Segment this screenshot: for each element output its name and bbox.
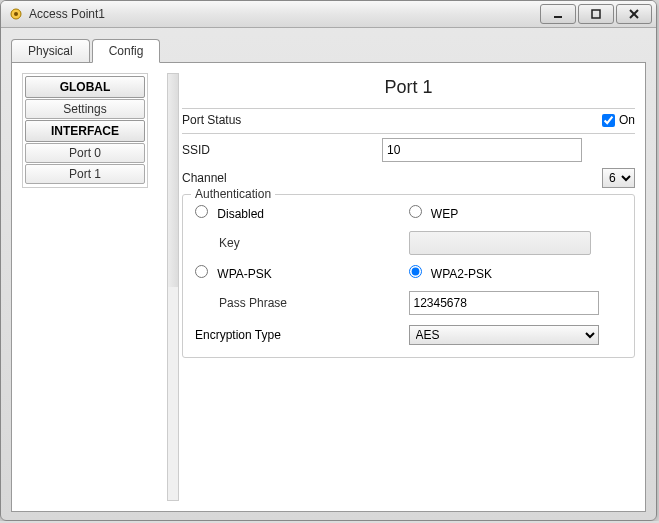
radio-wep[interactable] bbox=[409, 205, 422, 218]
encryption-select[interactable]: AES bbox=[409, 325, 599, 345]
auth-wep-option[interactable]: WEP bbox=[409, 205, 623, 221]
auth-wpa2psk-option[interactable]: WPA2-PSK bbox=[409, 265, 623, 281]
close-button[interactable] bbox=[616, 4, 652, 24]
passphrase-label: Pass Phrase bbox=[195, 296, 409, 310]
app-icon bbox=[9, 7, 23, 21]
svg-point-1 bbox=[14, 12, 18, 16]
port-status-on-label: On bbox=[619, 113, 635, 127]
radio-wpa2-psk[interactable] bbox=[409, 265, 422, 278]
auth-wpapsk-option[interactable]: WPA-PSK bbox=[195, 265, 409, 281]
sidebar-scrollbar[interactable] bbox=[167, 73, 179, 501]
maximize-button[interactable] bbox=[578, 4, 614, 24]
sidebar: GLOBAL Settings INTERFACE Port 0 Port 1 bbox=[22, 73, 148, 188]
radio-wpa-psk[interactable] bbox=[195, 265, 208, 278]
port-status-checkbox[interactable] bbox=[602, 114, 615, 127]
tab-row: Physical Config bbox=[11, 36, 646, 63]
sidebar-header-interface: INTERFACE bbox=[25, 120, 145, 142]
channel-label: Channel bbox=[182, 171, 602, 185]
passphrase-input[interactable] bbox=[409, 291, 599, 315]
main-panel: Port 1 Port Status On SSID Channel bbox=[166, 73, 635, 501]
encryption-label: Encryption Type bbox=[195, 328, 409, 342]
port-status-label: Port Status bbox=[182, 113, 602, 127]
ssid-input[interactable] bbox=[382, 138, 582, 162]
content-area: Physical Config GLOBAL Settings INTERFAC… bbox=[1, 28, 656, 521]
sidebar-item-port0[interactable]: Port 0 bbox=[25, 143, 145, 163]
auth-disabled-option[interactable]: Disabled bbox=[195, 205, 409, 221]
authentication-group: Authentication Disabled WEP Key bbox=[182, 194, 635, 358]
tab-config[interactable]: Config bbox=[92, 39, 161, 63]
tab-physical[interactable]: Physical bbox=[11, 39, 90, 62]
panel-title: Port 1 bbox=[182, 77, 635, 98]
titlebar: Access Point1 bbox=[1, 1, 656, 28]
minimize-button[interactable] bbox=[540, 4, 576, 24]
sidebar-item-port1[interactable]: Port 1 bbox=[25, 164, 145, 184]
radio-disabled[interactable] bbox=[195, 205, 208, 218]
app-window: Access Point1 Physical Config GLOBAL Set… bbox=[0, 0, 657, 521]
channel-select[interactable]: 6 bbox=[602, 168, 635, 188]
sidebar-item-settings[interactable]: Settings bbox=[25, 99, 145, 119]
window-controls bbox=[538, 4, 652, 24]
sidebar-header-global: GLOBAL bbox=[25, 76, 145, 98]
tab-body: GLOBAL Settings INTERFACE Port 0 Port 1 … bbox=[11, 63, 646, 512]
wep-key-label: Key bbox=[195, 236, 409, 250]
wep-key-input bbox=[409, 231, 591, 255]
authentication-legend: Authentication bbox=[191, 187, 275, 201]
svg-rect-3 bbox=[592, 10, 600, 18]
window-title: Access Point1 bbox=[29, 7, 538, 21]
ssid-label: SSID bbox=[182, 143, 382, 157]
